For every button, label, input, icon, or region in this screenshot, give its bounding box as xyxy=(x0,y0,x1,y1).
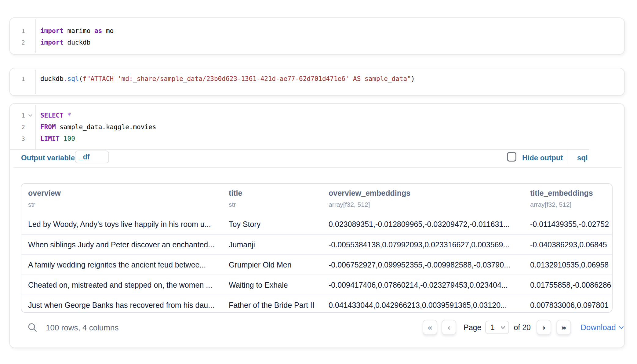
code-text: import duckdb xyxy=(35,37,90,48)
column-name: title_embeddings xyxy=(530,189,612,198)
code-text: duckdb.sql(f"ATTACH 'md:_share/sample_da… xyxy=(35,73,415,85)
row-count-summary: 100 rows, 4 columns xyxy=(46,323,118,333)
column-name: overview_embeddings xyxy=(329,189,523,198)
cell-overview: Cheated on, mistreated and stepped on, t… xyxy=(21,281,222,289)
download-menu[interactable]: Download xyxy=(581,323,623,332)
fold-slot xyxy=(25,133,35,144)
column-type: str xyxy=(229,201,322,208)
fold-slot xyxy=(25,25,35,37)
cell-title: Father of the Bride Part II xyxy=(222,301,322,310)
line-number: 1 xyxy=(10,110,25,121)
column-name: title xyxy=(229,189,322,198)
code-line: 2 import duckdb xyxy=(10,37,624,48)
chevron-down-icon xyxy=(501,324,505,329)
code-cell-attach[interactable]: 1 duckdb.sql(f"ATTACH 'md:_share/sample_… xyxy=(9,68,625,96)
code-editor[interactable]: 1 import marimo as mo 2 import duckdb xyxy=(10,18,624,48)
cell-title-embeddings: 0.007833006,0.097801 xyxy=(523,301,612,310)
dataframe-table: overview str title str overview_embeddin… xyxy=(21,183,613,313)
column-type: array[f32, 512] xyxy=(329,201,523,208)
table-row[interactable]: When siblings Judy and Peter discover an… xyxy=(21,234,612,254)
fold-slot xyxy=(25,73,35,85)
first-page-button[interactable]: « xyxy=(423,320,437,335)
previous-page-button[interactable]: ‹ xyxy=(442,320,456,335)
cell-title: Waiting to Exhale xyxy=(222,281,322,289)
fold-slot xyxy=(25,121,35,133)
page-select[interactable]: 1 xyxy=(485,321,509,334)
code-text: FROM sample_data.kaggle.movies xyxy=(35,121,156,133)
cell-overview: When siblings Judy and Peter discover an… xyxy=(21,240,222,249)
cell-overview-embeddings: -0.009417406,0.07860214,-0.023279453,0.0… xyxy=(322,281,523,289)
divider xyxy=(10,149,589,150)
code-editor[interactable]: 1 SELECT * 2 FROM sample_data.kaggle.mov… xyxy=(10,104,624,144)
marimo-notebook: 1 import marimo as mo 2 import duckdb 1 … xyxy=(0,0,637,364)
language-badge-sql[interactable]: sql xyxy=(577,154,588,162)
column-name: overview xyxy=(28,189,222,198)
column-type: str xyxy=(28,201,222,208)
line-number: 3 xyxy=(10,133,25,144)
cell-overview: Led by Woody, Andy's toys live happily i… xyxy=(21,220,222,229)
download-label: Download xyxy=(581,323,616,332)
cell-title: Grumpier Old Men xyxy=(222,260,322,269)
cell-title: Toy Story xyxy=(222,220,322,229)
code-line: 3 LIMIT 100 xyxy=(10,133,624,144)
line-number: 1 xyxy=(10,73,25,85)
output-variable-input[interactable]: _df xyxy=(75,151,109,163)
search-icon[interactable] xyxy=(27,322,38,333)
output-variable-label: Output variable: xyxy=(21,154,77,162)
line-number: 1 xyxy=(10,25,25,37)
table-row[interactable]: Just when George Banks has recovered fro… xyxy=(21,295,612,313)
column-header-title-embeddings[interactable]: title_embeddings array[f32, 512] xyxy=(523,189,612,214)
fold-toggle[interactable] xyxy=(25,110,35,121)
last-page-button[interactable]: » xyxy=(556,320,571,335)
cell-title-embeddings: 0.0132910535,0.06958 xyxy=(523,260,612,269)
cell-overview-embeddings: 0.023089351,-0.012809965,-0.03209472,-0.… xyxy=(322,220,523,229)
cell-overview: Just when George Banks has recovered fro… xyxy=(21,301,222,310)
next-page-button[interactable]: › xyxy=(537,320,551,335)
code-cell-imports[interactable]: 1 import marimo as mo 2 import duckdb xyxy=(9,17,625,55)
code-text: SELECT * xyxy=(35,110,71,121)
cell-title-embeddings: -0.011439355,-0.02752 xyxy=(523,220,612,229)
column-type: array[f32, 512] xyxy=(530,201,612,208)
table-row[interactable]: Led by Woody, Andy's toys live happily i… xyxy=(21,214,612,234)
cell-overview: A family wedding reignites the ancient f… xyxy=(21,260,222,269)
cell-overview-embeddings: 0.041433044,0.042966213,0.0039591365,0.0… xyxy=(322,301,523,310)
column-header-overview[interactable]: overview str xyxy=(21,189,222,214)
cell-title-embeddings: 0.01755858,-0.0086286 xyxy=(523,281,612,289)
fold-slot xyxy=(25,37,35,48)
code-line: 1 import marimo as mo xyxy=(10,25,624,37)
code-text: LIMIT 100 xyxy=(35,133,75,144)
pagination: « ‹ Page 1 of 20 › » Download xyxy=(423,319,623,335)
hide-output-label[interactable]: Hide output xyxy=(522,154,563,162)
code-editor[interactable]: 1 duckdb.sql(f"ATTACH 'md:_share/sample_… xyxy=(10,68,624,85)
table-header: overview str title str overview_embeddin… xyxy=(21,184,612,214)
cell-overview-embeddings: -0.006752927,0.099952355,-0.009982588,-0… xyxy=(322,260,523,269)
column-header-overview-embeddings[interactable]: overview_embeddings array[f32, 512] xyxy=(322,189,523,214)
column-header-title[interactable]: title str xyxy=(222,189,322,214)
line-number: 2 xyxy=(10,121,25,133)
code-text: import marimo as mo xyxy=(35,25,114,37)
table-row[interactable]: Cheated on, mistreated and stepped on, t… xyxy=(21,275,612,295)
cell-title-embeddings: -0.040386293,0.06845 xyxy=(523,240,612,249)
cell-overview-embeddings: -0.0055384138,0.07992093,0.023316627,0.0… xyxy=(322,240,523,249)
divider xyxy=(13,167,622,168)
code-line: 2 FROM sample_data.kaggle.movies xyxy=(10,121,624,133)
page-select-value: 1 xyxy=(486,323,494,332)
table-row[interactable]: A family wedding reignites the ancient f… xyxy=(21,254,612,275)
code-line: 1 duckdb.sql(f"ATTACH 'md:_share/sample_… xyxy=(10,73,624,85)
cell-title: Jumanji xyxy=(222,240,322,249)
page-label: Page xyxy=(464,323,481,332)
line-number: 2 xyxy=(10,37,25,48)
chevron-down-icon xyxy=(619,324,624,329)
code-line: 1 SELECT * xyxy=(10,110,624,121)
sql-cell[interactable]: 1 SELECT * 2 FROM sample_data.kaggle.mov… xyxy=(9,103,625,348)
hide-output-checkbox[interactable] xyxy=(507,152,516,162)
divider xyxy=(567,150,567,164)
total-pages-label: of 20 xyxy=(514,323,531,332)
chevron-down-icon xyxy=(28,113,32,117)
